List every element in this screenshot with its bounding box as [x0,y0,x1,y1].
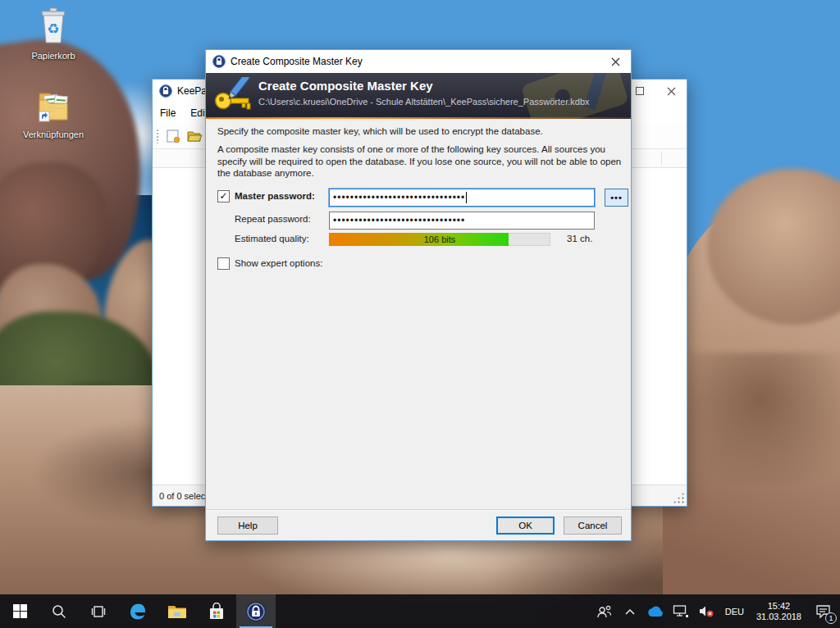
desktop-icon-label: Verknüpfungen [18,130,89,139]
intro-text-2: A composite master key consists of one o… [217,143,624,180]
keepass-lock-icon [212,55,226,68]
dialog-controls [600,50,631,73]
quality-chars-label: 31 ch. [567,234,592,243]
hidden-icons-chevron-icon [624,608,636,616]
master-password-checkbox[interactable]: ✓ [217,190,230,203]
dialog-titlebar[interactable]: Create Composite Master Key [206,50,631,73]
clock-date: 31.03.2018 [756,612,801,622]
volume-button[interactable] [696,599,716,624]
estimated-quality-label: Estimated quality: [235,234,309,243]
close-button[interactable] [655,80,687,102]
text-caret [466,192,467,203]
desktop: ♻ Papierkorb Verknüpfungen [0,0,840,628]
ok-button[interactable]: OK [496,517,555,535]
reveal-password-dots: ••• [610,193,623,203]
help-button-label: Help [238,521,258,530]
show-expert-options-checkbox[interactable] [217,257,230,270]
onedrive-icon [646,605,664,617]
open-database-icon[interactable] [185,127,203,145]
close-icon [611,57,620,66]
keepass-taskbar-button[interactable] [236,594,276,628]
keepass-app-icon [159,84,172,98]
network-button[interactable] [671,599,691,624]
shortcut-folder-icon [34,85,72,125]
key-pencil-icon [212,77,253,115]
store-icon [208,603,225,621]
system-tray: DEU 15:42 31.03.2018 1 [595,594,840,628]
intro-text-1: Specify the composite master key, which … [217,126,623,136]
reveal-password-button[interactable]: ••• [605,189,628,207]
main-window-controls [624,80,687,102]
file-explorer-button[interactable] [158,594,197,628]
task-view-icon [90,605,107,618]
desktop-icon-recycle-bin[interactable]: ♻ Papierkorb [18,7,89,61]
keepass-icon [245,601,267,622]
maximize-icon [636,87,644,95]
start-button[interactable] [0,594,39,628]
repeat-password-label: Repeat password: [235,214,311,224]
banner-database-path: C:\Users\c.kruesi\OneDrive - Schule Alts… [258,97,631,107]
svg-text:♻: ♻ [47,21,59,37]
help-button[interactable]: Help [217,517,278,535]
cancel-button-label: Cancel [578,521,608,530]
start-icon [13,604,27,618]
column-divider[interactable] [661,152,662,165]
dialog-title: Create Composite Master Key [231,56,363,67]
new-database-icon[interactable] [164,127,182,145]
menu-file[interactable]: File [153,104,183,122]
toolbar-grip[interactable] [156,129,160,143]
file-explorer-icon [167,603,187,620]
master-password-value: ••••••••••••••••••••••••••••••• [333,192,465,203]
show-hidden-icons-button[interactable] [620,599,640,624]
dialog-footer: Help OK Cancel [206,509,631,540]
store-button[interactable] [197,594,236,628]
create-master-key-dialog: Create Composite Master Key [205,49,632,541]
repeat-password-input[interactable]: ••••••••••••••••••••••••••••••• [329,212,595,230]
taskbar: DEU 15:42 31.03.2018 1 [0,594,840,628]
master-password-input[interactable]: ••••••••••••••••••••••••••••••• [329,189,595,207]
ok-button-label: OK [518,521,532,530]
people-button[interactable] [595,599,614,624]
language-indicator[interactable]: DEU [722,607,747,617]
desktop-icon-verknuepfungen[interactable]: Verknüpfungen [18,85,89,139]
checkmark-icon: ✓ [219,190,227,202]
clock-time: 15:42 [756,601,801,612]
master-password-label: Master password: [235,191,315,201]
edge-icon [128,602,148,621]
volume-muted-icon [698,604,714,618]
taskbar-clock[interactable]: 15:42 31.03.2018 [753,601,805,622]
recycle-bin-icon: ♻ [34,7,72,46]
dialog-content: Specify the composite master key, which … [206,119,631,509]
show-expert-options-label: Show expert options: [235,258,322,268]
people-icon [596,604,613,619]
dialog-banner: Create Composite Master Key C:\Users\c.k… [206,73,631,119]
repeat-password-value: ••••••••••••••••••••••••••••••• [333,215,465,226]
action-center-button[interactable]: 1 [810,599,835,624]
close-icon [667,87,676,96]
task-view-button[interactable] [79,594,118,628]
search-icon [52,604,66,619]
close-button[interactable] [600,50,631,73]
search-button[interactable] [39,594,79,628]
notification-badge: 1 [825,612,837,624]
quality-bits-label: 106 bits [329,233,550,246]
network-icon [673,604,689,618]
quality-progress-bar: 106 bits [329,233,550,246]
edge-button[interactable] [118,594,158,628]
onedrive-button[interactable] [646,599,665,624]
key-watermark-icon [519,73,631,119]
banner-title: Create Composite Master Key [258,79,433,93]
cancel-button[interactable]: Cancel [564,517,622,535]
desktop-icon-label: Papierkorb [18,51,89,61]
wallpaper-rock-shadow [687,353,840,484]
